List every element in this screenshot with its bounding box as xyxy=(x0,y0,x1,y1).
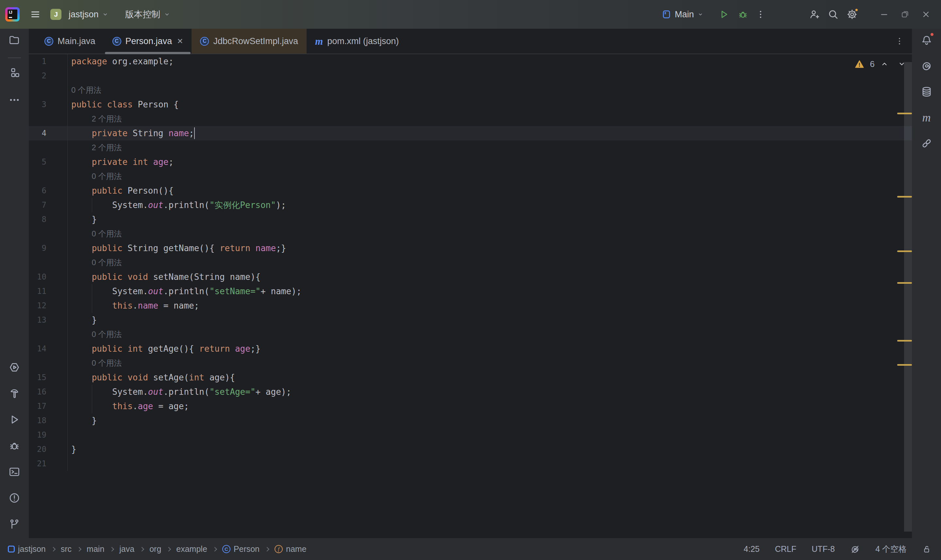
file-encoding[interactable]: UTF-8 xyxy=(811,544,835,554)
line-number[interactable]: 4 xyxy=(29,126,68,140)
line-number[interactable]: 18 xyxy=(29,413,68,428)
code-line[interactable]: 2 xyxy=(29,69,912,83)
tab-close-icon[interactable]: ✕ xyxy=(177,37,183,46)
code-with-me-button[interactable] xyxy=(807,7,821,22)
line-number[interactable]: 15 xyxy=(29,370,68,385)
project-widget[interactable]: J jastjson xyxy=(47,6,112,23)
ai-assistant-status-button[interactable] xyxy=(850,544,860,554)
line-number[interactable]: 10 xyxy=(29,270,68,284)
minimize-button[interactable] xyxy=(874,6,895,23)
usages-inlay-row[interactable]: 2 个用法 xyxy=(29,112,912,126)
code-editor[interactable]: 1package org.example;20 个用法3public class… xyxy=(29,54,912,538)
line-number[interactable]: 21 xyxy=(29,457,68,471)
breadcrumb-item[interactable]: main xyxy=(86,544,104,554)
services-tool-button[interactable] xyxy=(5,358,23,377)
line-number[interactable]: 5 xyxy=(29,155,68,169)
editor-tab[interactable]: CMain.java xyxy=(36,29,104,54)
breadcrumb-item[interactable]: example xyxy=(176,544,207,554)
line-number[interactable] xyxy=(29,169,68,183)
usages-inlay-row[interactable]: 2 个用法 xyxy=(29,140,912,155)
dependencies-button[interactable] xyxy=(918,134,936,152)
line-number[interactable]: 12 xyxy=(29,298,68,313)
editor-tab[interactable]: CPerson.java✕ xyxy=(104,29,192,54)
code-line[interactable]: 10 public void setName(String name){ xyxy=(29,270,912,284)
editor-tab[interactable]: CJdbcRowSetImpl.java xyxy=(191,29,307,54)
terminal-tool-button[interactable] xyxy=(5,463,23,481)
run-tool-button[interactable] xyxy=(5,411,23,429)
line-number[interactable]: 3 xyxy=(29,97,68,112)
line-number[interactable]: 19 xyxy=(29,428,68,442)
warning-stripe-mark[interactable] xyxy=(897,340,912,342)
more-actions-button[interactable] xyxy=(753,7,768,22)
usages-inlay-row[interactable]: 0 个用法 xyxy=(29,356,912,370)
notifications-button[interactable] xyxy=(918,31,936,49)
breadcrumb-item[interactable]: jastjson xyxy=(8,544,46,554)
line-number[interactable]: 14 xyxy=(29,342,68,356)
tab-options-button[interactable] xyxy=(892,34,907,48)
usages-inlay-row[interactable]: 0 个用法 xyxy=(29,83,912,97)
line-number[interactable] xyxy=(29,255,68,270)
code-line[interactable]: 12 this.name = name; xyxy=(29,298,912,313)
debug-tool-button[interactable] xyxy=(5,437,23,455)
breadcrumb-item[interactable]: java xyxy=(119,544,134,554)
code-line[interactable]: 18 } xyxy=(29,413,912,428)
maven-button[interactable]: m xyxy=(918,108,936,127)
code-line[interactable]: 1package org.example; xyxy=(29,54,912,69)
code-line[interactable]: 5 private int age; xyxy=(29,155,912,169)
editor-tab[interactable]: mpom.xml (jastjson) xyxy=(307,29,407,54)
caret-position[interactable]: 4:25 xyxy=(744,544,760,554)
git-tool-button[interactable] xyxy=(5,515,23,533)
code-line[interactable]: 16 System.out.println("setAge="+ age); xyxy=(29,385,912,399)
code-line[interactable]: 19 xyxy=(29,428,912,442)
usages-inlay-row[interactable]: 0 个用法 xyxy=(29,255,912,270)
breadcrumb-item[interactable]: CPerson xyxy=(222,544,259,554)
warning-stripe-mark[interactable] xyxy=(897,196,912,198)
usages-inlay-row[interactable]: 0 个用法 xyxy=(29,169,912,183)
code-line[interactable]: 3public class Person { xyxy=(29,97,912,112)
warning-stripe-mark[interactable] xyxy=(897,364,912,366)
code-line[interactable]: 14 public int getAge(){ return age;} xyxy=(29,342,912,356)
run-configuration-widget[interactable]: Main xyxy=(658,7,707,22)
structure-tool-button[interactable] xyxy=(5,64,23,82)
line-number[interactable]: 8 xyxy=(29,212,68,227)
scrollbar-thumb[interactable] xyxy=(904,62,912,532)
code-line[interactable]: 13 } xyxy=(29,313,912,327)
settings-button[interactable] xyxy=(845,7,859,22)
warning-stripe-mark[interactable] xyxy=(897,282,912,284)
indent-setting[interactable]: 4 个空格 xyxy=(875,544,907,554)
code-line[interactable]: 17 this.age = age; xyxy=(29,399,912,413)
code-line[interactable]: 4 private String name; xyxy=(29,126,912,140)
code-line[interactable]: 8 } xyxy=(29,212,912,227)
breadcrumb-item[interactable]: fname xyxy=(275,544,307,554)
database-button[interactable] xyxy=(918,83,936,101)
warning-stripe-mark[interactable] xyxy=(897,113,912,114)
breadcrumb-item[interactable]: src xyxy=(61,544,72,554)
inspections-widget[interactable]: 6 xyxy=(851,57,909,71)
code-line[interactable]: 21 xyxy=(29,457,912,471)
line-number[interactable]: 1 xyxy=(29,54,68,69)
usages-inlay-row[interactable]: 0 个用法 xyxy=(29,327,912,342)
usages-inlay-row[interactable]: 0 个用法 xyxy=(29,227,912,241)
warning-stripe-mark[interactable] xyxy=(897,251,912,252)
line-number[interactable] xyxy=(29,112,68,126)
line-number[interactable] xyxy=(29,356,68,370)
line-number[interactable] xyxy=(29,227,68,241)
debug-button[interactable] xyxy=(736,7,750,22)
code-line[interactable]: 9 public String getName(){ return name;} xyxy=(29,241,912,255)
code-line[interactable]: 15 public void setAge(int age){ xyxy=(29,370,912,385)
line-number[interactable]: 9 xyxy=(29,241,68,255)
line-number[interactable]: 2 xyxy=(29,69,68,83)
line-number[interactable] xyxy=(29,140,68,155)
build-tool-button[interactable] xyxy=(5,384,23,403)
main-menu-button[interactable] xyxy=(28,7,43,22)
line-number[interactable]: 11 xyxy=(29,284,68,298)
code-line[interactable]: 6 public Person(){ xyxy=(29,183,912,198)
code-line[interactable]: 11 System.out.println("setName="+ name); xyxy=(29,284,912,298)
restore-button[interactable] xyxy=(895,6,915,23)
line-number[interactable]: 20 xyxy=(29,442,68,457)
line-number[interactable] xyxy=(29,83,68,97)
lock-button[interactable] xyxy=(922,545,931,554)
ai-assistant-button[interactable] xyxy=(918,57,936,75)
line-separator[interactable]: CRLF xyxy=(775,544,796,554)
line-number[interactable]: 17 xyxy=(29,399,68,413)
